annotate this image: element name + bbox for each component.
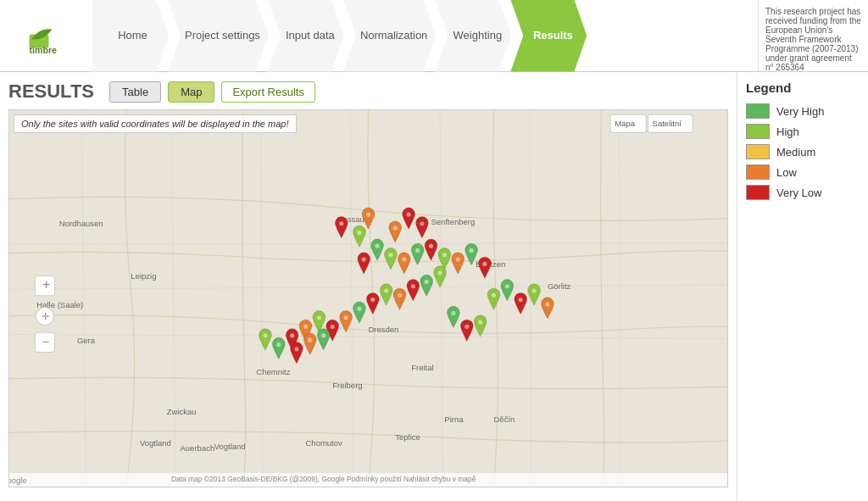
- svg-point-71: [451, 311, 455, 315]
- svg-text:timbre: timbre: [30, 44, 58, 54]
- svg-point-58: [317, 315, 321, 320]
- svg-point-61: [276, 342, 281, 347]
- svg-text:Teplice: Teplice: [395, 432, 420, 442]
- svg-point-42: [402, 257, 406, 261]
- logo-area: timbre: [0, 0, 93, 71]
- header-right-text: This research project has received fundi…: [758, 0, 868, 71]
- svg-text:+: +: [42, 276, 51, 292]
- legend-label-very-high: Very High: [776, 105, 824, 118]
- nav-normalization[interactable]: Normalization: [343, 0, 436, 72]
- svg-text:Data map ©2013 GeoBasis-DE/BKG: Data map ©2013 GeoBasis-DE/BKG (@2009), …: [171, 475, 476, 483]
- legend-color-medium: [746, 144, 770, 159]
- results-title: RESULTS: [8, 81, 94, 103]
- svg-point-51: [411, 284, 415, 288]
- svg-point-39: [375, 244, 379, 248]
- legend-item-medium: Medium: [746, 144, 860, 159]
- legend-color-low: [746, 164, 770, 180]
- svg-point-66: [492, 293, 496, 298]
- content-area: RESULTS Table Map Export Results Only th…: [0, 72, 868, 501]
- svg-point-41: [362, 257, 366, 261]
- nav-results[interactable]: Results: [510, 0, 587, 72]
- svg-point-37: [406, 213, 410, 217]
- legend-label-very-low: Very Low: [776, 186, 821, 199]
- nav-project-settings[interactable]: Project settings: [168, 0, 269, 72]
- map-tab-button[interactable]: Map: [168, 81, 214, 103]
- nav-weighting[interactable]: Weighting: [435, 0, 511, 72]
- svg-point-33: [366, 213, 370, 217]
- legend-panel: Legend Very High High Medium Low Very Lo…: [737, 72, 868, 501]
- svg-point-54: [370, 298, 375, 302]
- svg-text:Görlitz: Görlitz: [548, 281, 571, 291]
- svg-text:Vogtland: Vogtland: [214, 442, 246, 451]
- legend-color-high: [746, 124, 770, 139]
- svg-point-65: [321, 333, 326, 337]
- svg-text:Chemnitz: Chemnitz: [256, 367, 290, 376]
- legend-item-high: High: [746, 124, 860, 139]
- svg-text:−: −: [42, 335, 50, 348]
- legend-label-high: High: [776, 125, 799, 138]
- nav-home[interactable]: Home: [92, 0, 169, 72]
- export-results-button[interactable]: Export Results: [221, 81, 315, 103]
- svg-text:Mapa: Mapa: [615, 119, 635, 128]
- svg-point-43: [415, 248, 420, 253]
- svg-text:Děčín: Děčín: [494, 415, 515, 424]
- map-notice: Only the sites with valid coordinates wi…: [14, 114, 297, 133]
- svg-point-45: [442, 253, 447, 257]
- svg-point-56: [343, 315, 348, 320]
- legend-item-low: Low: [746, 164, 860, 180]
- svg-point-50: [425, 280, 429, 284]
- table-tab-button[interactable]: Table: [109, 81, 161, 103]
- svg-point-68: [519, 298, 523, 302]
- svg-text:✛: ✛: [42, 311, 49, 321]
- results-header: RESULTS Table Map Export Results: [8, 81, 728, 103]
- svg-text:Vogtland: Vogtland: [140, 438, 171, 448]
- svg-point-70: [545, 302, 549, 306]
- svg-point-73: [478, 320, 482, 324]
- svg-text:Senftenberg: Senftenberg: [431, 217, 476, 226]
- svg-text:Gera: Gera: [77, 336, 96, 345]
- main-panel: RESULTS Table Map Export Results Only th…: [0, 72, 737, 501]
- svg-text:Freital: Freital: [411, 363, 433, 372]
- svg-point-40: [388, 253, 392, 257]
- svg-point-60: [290, 333, 294, 337]
- svg-point-36: [393, 225, 398, 230]
- svg-text:Nordhausen: Nordhausen: [59, 219, 103, 228]
- svg-point-59: [303, 325, 308, 329]
- legend-title: Legend: [746, 81, 860, 95]
- svg-point-34: [339, 221, 343, 225]
- svg-text:Leipzig: Leipzig: [131, 271, 156, 281]
- svg-text:Auerbach: Auerbach: [181, 443, 215, 453]
- svg-point-69: [531, 288, 536, 292]
- svg-point-53: [384, 288, 388, 292]
- svg-point-44: [429, 244, 433, 248]
- svg-text:Dresden: Dresden: [369, 325, 399, 334]
- svg-point-64: [308, 338, 312, 342]
- svg-point-48: [482, 262, 487, 266]
- svg-point-67: [505, 284, 509, 288]
- svg-point-49: [437, 270, 442, 275]
- legend-item-very-low: Very Low: [746, 185, 860, 200]
- nav-steps: Home Project settings Input data Normali…: [93, 0, 758, 71]
- legend-label-medium: Medium: [776, 146, 815, 159]
- svg-text:Pirna: Pirna: [444, 415, 464, 424]
- svg-point-46: [456, 257, 460, 261]
- map-container: Only the sites with valid coordinates wi…: [8, 109, 728, 487]
- svg-text:Satelitní: Satelitní: [653, 119, 682, 128]
- legend-color-very-low: [746, 185, 770, 200]
- svg-text:Freiberg: Freiberg: [332, 381, 362, 390]
- legend-label-low: Low: [776, 166, 797, 179]
- svg-point-57: [331, 325, 335, 329]
- svg-point-55: [357, 307, 361, 311]
- svg-point-62: [263, 333, 267, 337]
- nav-input-data[interactable]: Input data: [268, 0, 344, 72]
- svg-point-72: [465, 325, 469, 329]
- svg-point-63: [294, 347, 298, 351]
- svg-text:Google: Google: [9, 476, 27, 485]
- timbre-logo: timbre: [25, 17, 68, 55]
- map-svg: Leipzig Dresden Chemnitz Halle (Saale) D…: [9, 110, 727, 487]
- legend-color-very-high: [746, 103, 770, 119]
- svg-point-35: [357, 231, 361, 235]
- svg-text:Chomutov: Chomutov: [306, 438, 343, 448]
- svg-point-38: [420, 221, 424, 225]
- legend-item-very-high: Very High: [746, 103, 860, 119]
